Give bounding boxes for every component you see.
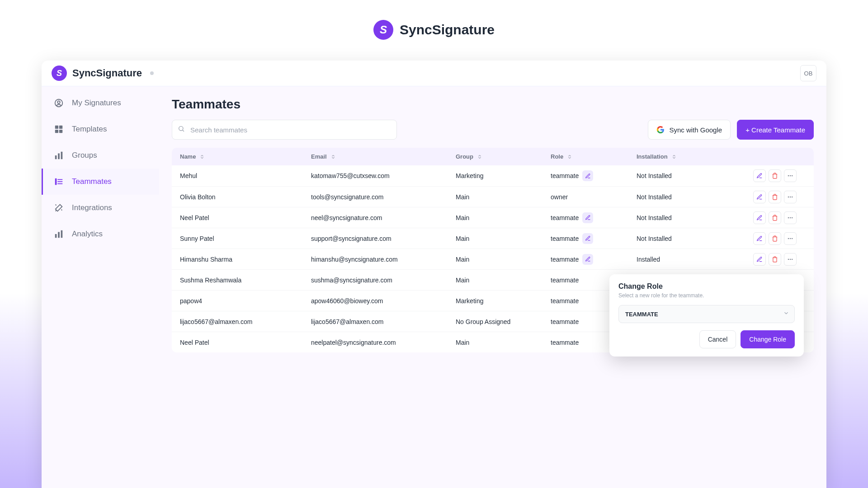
svg-point-23 <box>788 217 789 218</box>
edit-role-button[interactable] <box>582 170 593 181</box>
main-content: Teammates Sync with Google + Create Team… <box>159 86 826 488</box>
cell-group: Marketing <box>448 297 542 305</box>
svg-point-27 <box>790 238 791 239</box>
table-row: Neel Patelneel@syncsignature.comMainteam… <box>172 207 814 228</box>
cancel-button[interactable]: Cancel <box>699 330 736 348</box>
svg-point-25 <box>792 217 793 218</box>
cell-email: sushma@syncsignature.com <box>303 277 448 284</box>
bar-chart-icon <box>54 150 64 160</box>
create-teammate-button[interactable]: + Create Teammate <box>737 120 814 140</box>
table-row: Himanshu Sharmahimanshu@syncsignature.co… <box>172 249 814 269</box>
svg-rect-15 <box>61 230 63 238</box>
sidebar-item-integrations[interactable]: Integrations <box>42 195 159 221</box>
cell-name: Sushma Reshamwala <box>172 277 303 284</box>
role-select[interactable]: TEAMMATE <box>618 305 795 323</box>
more-button[interactable] <box>784 169 797 182</box>
column-header-group[interactable]: Group <box>448 153 542 160</box>
popover-subtitle: Select a new role for the teammate. <box>618 292 795 299</box>
app-brand-text: SyncSignature <box>72 67 142 79</box>
delete-button[interactable] <box>769 232 781 245</box>
edit-role-button[interactable] <box>582 212 593 223</box>
sort-icon <box>567 154 572 160</box>
svg-point-29 <box>788 258 789 259</box>
cell-email: himanshu@syncsignature.com <box>303 256 448 263</box>
cell-name: Sunny Patel <box>172 235 303 242</box>
cell-group: No Group Assigned <box>448 318 542 325</box>
more-button[interactable] <box>784 211 797 224</box>
svg-point-28 <box>792 238 793 239</box>
edit-button[interactable] <box>753 232 766 245</box>
more-button[interactable] <box>784 191 797 203</box>
create-teammate-label: + Create Teammate <box>745 126 805 134</box>
cell-name: Neel Patel <box>172 214 303 221</box>
delete-button[interactable] <box>769 191 781 203</box>
svg-point-20 <box>788 196 789 197</box>
cell-actions <box>728 211 814 224</box>
cell-email: lijaco5667@almaxen.com <box>303 318 448 325</box>
edit-button[interactable] <box>753 169 766 182</box>
confirm-change-role-button[interactable]: Change Role <box>741 330 795 348</box>
cell-installation: Installed <box>628 256 728 263</box>
svg-point-19 <box>792 175 793 176</box>
cell-name: papow4 <box>172 297 303 305</box>
svg-rect-4 <box>55 130 58 133</box>
popover-title: Change Role <box>618 282 795 291</box>
cell-email: support@syncsignature.com <box>303 235 448 242</box>
delete-button[interactable] <box>769 253 781 266</box>
sidebar-item-label: Groups <box>72 151 97 160</box>
delete-button[interactable] <box>769 169 781 182</box>
search-icon <box>178 125 185 134</box>
svg-point-24 <box>790 217 791 218</box>
edit-button[interactable] <box>753 253 766 266</box>
sidebar-item-templates[interactable]: Templates <box>42 116 159 142</box>
google-icon <box>656 126 665 134</box>
cell-name: Himanshu Sharma <box>172 256 303 263</box>
sidebar-item-label: My Signatures <box>72 99 121 108</box>
edit-role-button[interactable] <box>582 254 593 265</box>
status-dot-icon <box>150 71 154 75</box>
cell-installation: Not Installed <box>628 172 728 179</box>
edit-button[interactable] <box>753 211 766 224</box>
cell-email: katomaw755@cutxsew.com <box>303 172 448 179</box>
more-button[interactable] <box>784 253 797 266</box>
edit-role-button[interactable] <box>582 233 593 244</box>
sidebar-item-label: Analytics <box>72 230 103 239</box>
cell-actions <box>728 169 814 182</box>
svg-point-1 <box>57 101 60 103</box>
cell-name: Mehul <box>172 172 303 179</box>
svg-rect-13 <box>55 234 57 238</box>
cell-actions <box>728 232 814 245</box>
search-input[interactable] <box>172 120 397 140</box>
cell-installation: Not Installed <box>628 235 728 242</box>
magic-wand-icon <box>54 203 64 213</box>
app-window: S SyncSignature OB My Signatures Templat… <box>42 61 826 488</box>
delete-button[interactable] <box>769 211 781 224</box>
logo-icon: S <box>373 20 393 40</box>
toolbar: Sync with Google + Create Teammate <box>172 120 814 140</box>
user-avatar[interactable]: OB <box>800 65 816 81</box>
sync-google-button[interactable]: Sync with Google <box>648 120 731 140</box>
sidebar-item-my-signatures[interactable]: My Signatures <box>42 90 159 116</box>
cell-role: teammate <box>542 254 628 265</box>
sidebar-item-label: Teammates <box>72 177 112 186</box>
cell-group: Marketing <box>448 172 542 179</box>
more-button[interactable] <box>784 232 797 245</box>
sidebar-item-groups[interactable]: Groups <box>42 142 159 169</box>
cell-role: teammate <box>542 212 628 223</box>
column-header-role[interactable]: Role <box>542 153 628 160</box>
page-title: Teammates <box>172 97 814 112</box>
sidebar-item-analytics[interactable]: Analytics <box>42 221 159 247</box>
column-header-email[interactable]: Email <box>303 153 448 160</box>
sort-icon <box>199 154 205 160</box>
cell-name: Olivia Bolton <box>172 193 303 201</box>
edit-button[interactable] <box>753 191 766 203</box>
column-header-name[interactable]: Name <box>172 153 303 160</box>
table-header: Name Email Group Role <box>172 148 814 165</box>
sidebar: My Signatures Templates Groups Teammates <box>42 86 159 488</box>
teammates-table: Name Email Group Role <box>172 148 814 352</box>
sidebar-item-teammates[interactable]: Teammates <box>42 169 159 195</box>
svg-rect-2 <box>55 126 58 129</box>
table-row: Olivia Boltontools@syncsignature.comMain… <box>172 186 814 207</box>
svg-rect-8 <box>61 152 63 160</box>
column-header-installation[interactable]: Installation <box>628 153 728 160</box>
